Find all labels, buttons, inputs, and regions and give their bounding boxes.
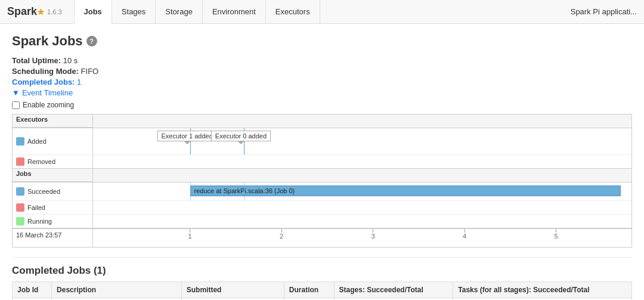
nav-stages[interactable]: Stages	[112, 0, 156, 24]
jobs-succeeded-label: Succeeded	[13, 183, 93, 200]
jobs-header-label: Jobs	[13, 169, 93, 182]
running-legend-box	[16, 217, 24, 225]
removed-legend-box	[16, 157, 24, 166]
cell-stages: 1/1	[334, 298, 453, 301]
col-description: Description	[52, 282, 182, 298]
app-title: Spark Pi applicati...	[571, 7, 637, 16]
col-job-id: Job Id	[13, 282, 52, 298]
tick-3: 3	[371, 229, 374, 240]
executor-removed-row: Removed	[13, 155, 631, 169]
col-tasks: Tasks (for all stages): Succeeded/Total	[453, 282, 632, 298]
scheduling-mode-line: Scheduling Mode: FIFO	[12, 67, 632, 76]
cell-description: reduce at SparkPi.scala:36	[52, 298, 182, 301]
cell-tasks: 10/10	[453, 298, 632, 301]
col-submitted: Submitted	[181, 282, 284, 298]
exec0-job-line	[244, 183, 244, 200]
col-duration: Duration	[284, 282, 334, 298]
table-header-row: Job Id Description Submitted Duration St…	[13, 282, 632, 298]
table-head: Job Id Description Submitted Duration St…	[13, 282, 632, 298]
timeline-container: Executors Added Executor 1 added Executo…	[12, 114, 632, 248]
cell-submitted: 2020/03/16 23:57:00	[181, 298, 284, 301]
brand: Spark★ 1.6.3	[7, 5, 62, 18]
jobs-succeeded-row: Succeeded reduce at SparkPi.scala:36 (Jo…	[13, 183, 631, 201]
executor-removed-label: Removed	[13, 155, 93, 168]
jobs-running-row: Running	[13, 215, 631, 228]
jobs-failed-label: Failed	[13, 201, 93, 214]
brand-text: Spark	[7, 5, 37, 17]
nav-links: Jobs Stages Storage Environment Executor…	[74, 0, 571, 24]
jobs-header-chart	[93, 169, 631, 182]
completed-jobs-section-title: Completed Jobs (1)	[12, 257, 632, 277]
axis-date: 16 March 23:57	[13, 229, 93, 247]
completed-jobs-link[interactable]: Completed Jobs: 1	[12, 78, 81, 86]
nav-jobs[interactable]: Jobs	[74, 0, 112, 24]
total-uptime-line: Total Uptime: 10 s	[12, 56, 632, 65]
nav-storage[interactable]: Storage	[156, 0, 203, 24]
jobs-running-chart	[93, 215, 631, 227]
added-legend-box	[16, 137, 24, 146]
table-row: 0 reduce at SparkPi.scala:36 2020/03/16 …	[13, 298, 632, 301]
main-content: Spark Jobs ? Total Uptime: 10 s Scheduli…	[0, 24, 644, 300]
jobs-failed-row: Failed	[13, 201, 631, 215]
enable-zooming-row: Enable zooming	[12, 101, 632, 109]
executor-added-chart: Executor 1 added Executor 0 added	[93, 128, 631, 154]
tick-1: 1	[188, 229, 191, 240]
timeline-axis: 16 March 23:57 1 2 3 4	[13, 228, 631, 247]
jobs-succeeded-chart: reduce at SparkPi.scala:36 (Job 0)	[93, 183, 631, 200]
axis-marks: 1 2 3 4 5	[93, 229, 631, 247]
executor-added-row: Added Executor 1 added Executor 0 added	[13, 128, 631, 155]
page-title: Spark Jobs ?	[12, 33, 632, 49]
jobs-section-header-row: Jobs	[13, 169, 631, 183]
exec1-bubble: Executor 1 added	[157, 131, 217, 141]
tick-5: 5	[555, 229, 558, 240]
succeeded-legend-box	[16, 187, 24, 196]
spark-version: 1.6.3	[47, 8, 61, 16]
table-body: 0 reduce at SparkPi.scala:36 2020/03/16 …	[13, 298, 632, 301]
jobs-failed-chart	[93, 201, 631, 213]
help-badge[interactable]: ?	[86, 36, 97, 47]
nav-executors[interactable]: Executors	[266, 0, 320, 24]
completed-jobs-line: Completed Jobs: 1	[12, 78, 632, 86]
completed-jobs-table: Job Id Description Submitted Duration St…	[12, 282, 632, 300]
cell-job-id: 0	[13, 298, 52, 301]
navbar: Spark★ 1.6.3 Jobs Stages Storage Environ…	[0, 0, 644, 24]
nav-environment[interactable]: Environment	[203, 0, 266, 24]
executor-removed-chart	[93, 155, 631, 167]
col-stages: Stages: Succeeded/Total	[334, 282, 453, 298]
executors-section-header-row: Executors	[13, 115, 631, 128]
exec1-job-line	[190, 183, 191, 200]
executor-added-label: Added	[13, 128, 93, 154]
executors-header-chart	[93, 115, 631, 128]
exec0-bubble: Executor 0 added	[211, 131, 271, 141]
jobs-running-label: Running	[13, 215, 93, 228]
job-bar[interactable]: reduce at SparkPi.scala:36 (Job 0)	[190, 185, 621, 196]
brand-star: ★	[37, 7, 45, 17]
tick-4: 4	[463, 229, 466, 240]
executors-header-label: Executors	[13, 115, 93, 128]
enable-zooming-checkbox[interactable]	[12, 101, 20, 109]
cell-duration: 5 s	[284, 298, 334, 301]
timeline-arrow-icon: ▼	[12, 88, 20, 97]
tick-2: 2	[280, 229, 283, 240]
failed-legend-box	[16, 203, 24, 212]
event-timeline-toggle[interactable]: ▼ Event Timeline	[12, 88, 632, 97]
